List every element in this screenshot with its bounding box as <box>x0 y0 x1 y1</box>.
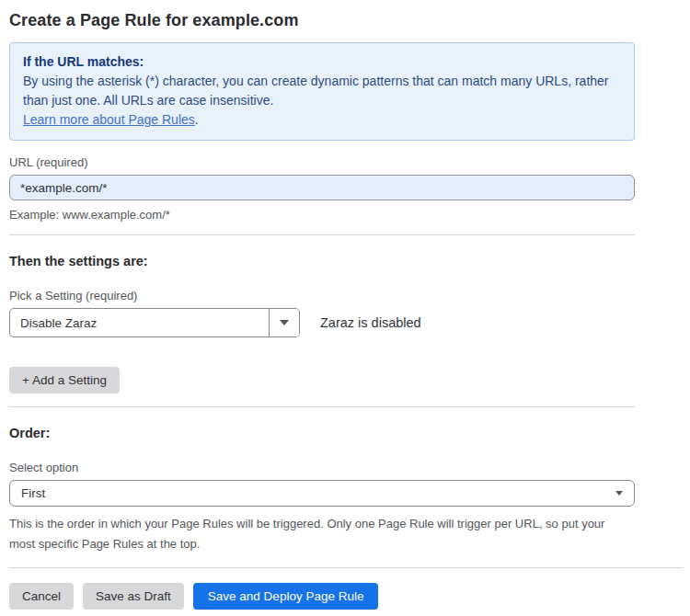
save-and-deploy-button[interactable]: Save and Deploy Page Rule <box>193 583 379 610</box>
info-box-body: By using the asterisk (*) character, you… <box>23 72 621 110</box>
footer-actions: Cancel Save as Draft Save and Deploy Pag… <box>9 583 690 610</box>
url-match-info-box: If the URL matches: By using the asteris… <box>9 42 635 141</box>
order-select-label: Select option <box>9 461 690 474</box>
url-field-label: URL (required) <box>9 155 690 169</box>
info-box-heading: If the URL matches: <box>23 52 621 72</box>
setting-select-arrow-button[interactable] <box>269 309 299 337</box>
order-select[interactable]: First <box>9 480 635 507</box>
url-input[interactable] <box>9 175 635 200</box>
setting-select-value: Disable Zaraz <box>10 309 269 337</box>
order-select-value: First <box>21 486 615 500</box>
pick-setting-label: Pick a Setting (required) <box>9 289 690 302</box>
caret-down-icon <box>280 320 289 325</box>
save-as-draft-button[interactable]: Save as Draft <box>83 583 184 610</box>
caret-down-icon <box>615 491 623 496</box>
section-divider <box>9 406 635 407</box>
setting-select[interactable]: Disable Zaraz <box>9 308 300 337</box>
page-title: Create a Page Rule for example.com <box>9 11 690 30</box>
section-divider <box>9 234 635 235</box>
order-section-heading: Order: <box>9 426 690 440</box>
url-example-text: Example: www.example.com/* <box>9 208 690 222</box>
cancel-button[interactable]: Cancel <box>9 583 74 610</box>
setting-status-text: Zaraz is disabled <box>320 315 421 330</box>
info-box-link-line: Learn more about Page Rules. <box>23 110 621 130</box>
order-help-text: This is the order in which your Page Rul… <box>9 514 627 554</box>
link-period: . <box>195 112 199 127</box>
add-setting-button[interactable]: + Add a Setting <box>9 367 120 394</box>
page-rule-form: Create a Page Rule for example.com If th… <box>0 0 690 610</box>
learn-more-link[interactable]: Learn more about Page Rules <box>23 112 195 127</box>
footer-divider <box>9 567 683 568</box>
setting-row: Disable Zaraz Zaraz is disabled <box>9 308 690 337</box>
settings-section-heading: Then the settings are: <box>9 254 690 268</box>
